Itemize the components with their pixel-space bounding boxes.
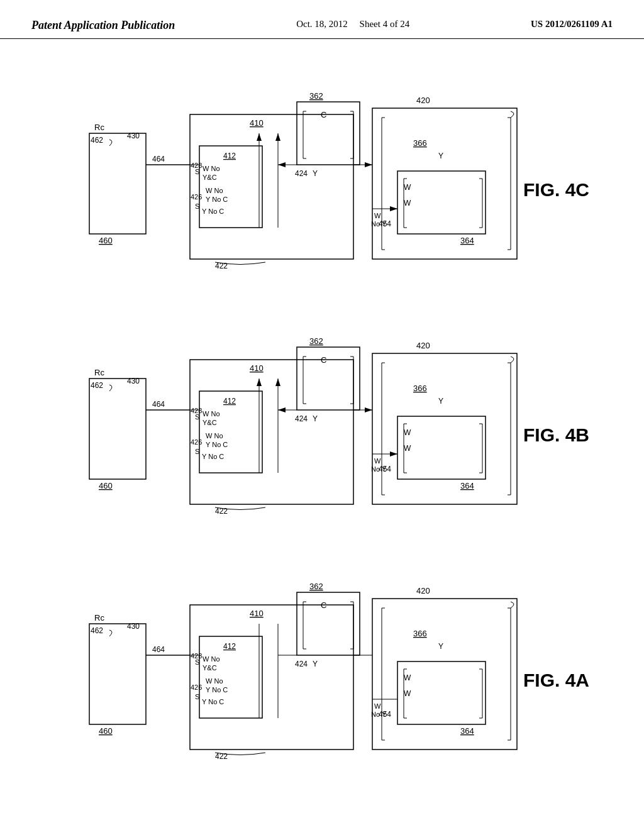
svg-text:W No: W No — [203, 165, 220, 172]
svg-text:362: 362 — [309, 582, 323, 591]
svg-text:362: 362 — [309, 91, 323, 101]
svg-text:W: W — [374, 212, 381, 219]
svg-text:Rc: Rc — [94, 613, 104, 622]
svg-text:Rc: Rc — [94, 123, 104, 132]
svg-text:W: W — [404, 673, 411, 682]
svg-text:Rc: Rc — [94, 368, 104, 377]
svg-marker-22 — [257, 133, 262, 141]
svg-text:364: 364 — [460, 726, 474, 736]
svg-text:420: 420 — [416, 341, 430, 350]
svg-text:Y No C: Y No C — [206, 686, 228, 694]
svg-marker-32 — [278, 162, 286, 167]
svg-text:W: W — [374, 457, 381, 465]
svg-text:Y: Y — [438, 397, 443, 406]
svg-text:S: S — [195, 413, 199, 421]
header-date-sheet: Oct. 18, 2012 Sheet 4 of 24 — [296, 19, 409, 30]
svg-marker-70 — [257, 379, 262, 386]
svg-text:S: S — [195, 658, 199, 666]
svg-text:S: S — [195, 202, 199, 210]
svg-text:364: 364 — [460, 481, 474, 490]
svg-marker-34 — [365, 162, 372, 167]
svg-rect-48 — [89, 379, 146, 479]
svg-text:424: 424 — [295, 660, 308, 668]
svg-marker-80 — [278, 407, 286, 412]
svg-text:426: 426 — [191, 683, 202, 691]
svg-text:C: C — [321, 355, 326, 365]
svg-text:S: S — [195, 693, 199, 700]
svg-text:464: 464 — [152, 400, 165, 409]
svg-text:C: C — [321, 110, 326, 119]
svg-text:462: 462 — [91, 626, 103, 635]
fig4a-svg: 460 Rc 462 430 464 410 412 W No Y&C W No… — [64, 561, 580, 794]
svg-rect-96 — [89, 624, 146, 724]
svg-text:426: 426 — [191, 438, 202, 446]
svg-text:424: 424 — [295, 414, 308, 423]
svg-text:S: S — [195, 168, 199, 175]
svg-text:424: 424 — [295, 169, 308, 178]
svg-rect-127 — [372, 599, 517, 750]
svg-text:Y: Y — [313, 169, 318, 178]
svg-text:410: 410 — [250, 363, 264, 373]
figure-4b: 460 Rc 462 430 464 410 412 W No Y&C W No… — [64, 316, 580, 555]
svg-text:366: 366 — [413, 138, 427, 148]
svg-text:412: 412 — [223, 397, 236, 406]
svg-text:W: W — [404, 428, 411, 437]
fig4c-label: FIG. 4C — [523, 179, 589, 201]
svg-text:Y&C: Y&C — [203, 174, 217, 181]
figure-4a: 460 Rc 462 430 464 410 412 W No Y&C W No… — [64, 561, 580, 800]
svg-text:460: 460 — [99, 726, 113, 736]
svg-text:464: 464 — [152, 645, 165, 654]
svg-text:Y: Y — [313, 660, 318, 668]
svg-text:410: 410 — [250, 609, 264, 618]
fig4c-svg: 460 Rc 462 430 464 410 412 W No Y&C W No… — [64, 70, 580, 303]
svg-text:430: 430 — [127, 377, 140, 385]
svg-text:No Y: No Y — [371, 465, 387, 473]
svg-text:C: C — [321, 600, 326, 610]
fig4a-label: FIG. 4A — [523, 670, 589, 691]
figure-4c: 460 Rc 462 430 464 410 412 W No Y&C W No… — [64, 70, 580, 309]
svg-text:Y&C: Y&C — [203, 419, 217, 426]
svg-marker-93 — [390, 451, 397, 456]
svg-text:Y No C: Y No C — [202, 453, 224, 460]
svg-rect-83 — [372, 353, 517, 504]
svg-rect-35 — [372, 108, 517, 259]
svg-text:No Y: No Y — [371, 711, 387, 718]
svg-text:Y: Y — [313, 414, 318, 423]
svg-text:420: 420 — [416, 96, 430, 105]
svg-text:Y&C: Y&C — [203, 664, 217, 672]
svg-text:362: 362 — [309, 336, 323, 346]
svg-rect-0 — [89, 133, 146, 234]
svg-text:364: 364 — [460, 236, 474, 245]
svg-text:412: 412 — [223, 642, 236, 651]
svg-text:W: W — [374, 702, 381, 710]
svg-text:Y No C: Y No C — [206, 441, 228, 448]
svg-text:366: 366 — [413, 384, 427, 393]
fig4b-svg: 460 Rc 462 430 464 410 412 W No Y&C W No… — [64, 316, 580, 548]
svg-text:462: 462 — [91, 381, 103, 390]
svg-text:430: 430 — [127, 622, 140, 631]
svg-text:S: S — [195, 448, 199, 455]
svg-text:W: W — [404, 183, 411, 192]
svg-text:426: 426 — [191, 193, 202, 201]
svg-text:No Y: No Y — [371, 220, 387, 228]
svg-text:W No: W No — [206, 677, 223, 685]
svg-text:412: 412 — [223, 152, 236, 160]
svg-text:430: 430 — [127, 131, 140, 140]
page-header: Patent Application Publication Oct. 18, … — [0, 0, 644, 39]
svg-text:366: 366 — [413, 629, 427, 638]
header-patent-number: US 2012/0261109 A1 — [531, 19, 613, 30]
main-content: 460 Rc 462 430 464 410 412 W No Y&C W No… — [0, 39, 644, 819]
svg-text:W: W — [404, 444, 411, 453]
svg-text:460: 460 — [99, 481, 113, 490]
svg-text:420: 420 — [416, 586, 430, 595]
svg-marker-24 — [275, 133, 280, 141]
svg-text:Y: Y — [438, 152, 443, 160]
header-publication-type: Patent Application Publication — [31, 19, 175, 32]
svg-text:W No: W No — [203, 410, 220, 418]
svg-text:Y No C: Y No C — [202, 698, 224, 706]
svg-text:410: 410 — [250, 118, 264, 128]
svg-text:460: 460 — [99, 236, 113, 245]
svg-marker-82 — [365, 407, 372, 412]
svg-text:462: 462 — [91, 136, 103, 145]
svg-text:W: W — [404, 689, 411, 698]
